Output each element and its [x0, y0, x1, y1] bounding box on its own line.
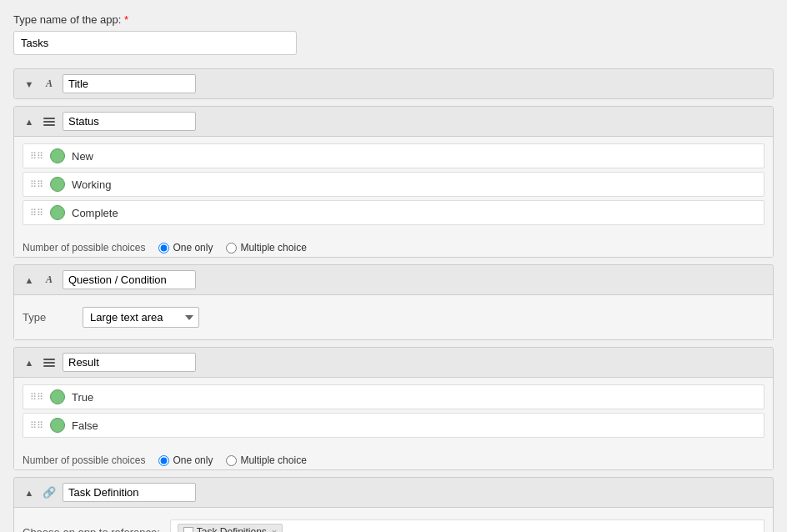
- field-question-header: ▲ A: [14, 265, 773, 294]
- title-type-icon: A: [41, 76, 58, 93]
- result-toggle[interactable]: ▲: [23, 358, 36, 368]
- tag-checkbox: [183, 527, 193, 532]
- status-one-only-option[interactable]: One only: [158, 242, 213, 253]
- field-title-header: ▼ A: [14, 69, 773, 98]
- question-toggle[interactable]: ▲: [23, 275, 36, 285]
- result-field-body: ⠿⠿ True ⠿⠿ False: [14, 377, 773, 448]
- result-choices-label: Number of possible choices: [23, 454, 145, 466]
- choice-true: ⠿⠿ True: [23, 384, 764, 409]
- field-result-header: ▲: [14, 348, 773, 377]
- drag-handle-false[interactable]: ⠿⠿: [30, 420, 43, 431]
- task-definition-name-input[interactable]: [63, 483, 196, 502]
- tag-label: Task Definitions: [197, 526, 267, 532]
- status-field-body: ⠿⠿ New ⠿⠿ Working ⠿⠿ Complete: [14, 136, 773, 235]
- drag-handle-new[interactable]: ⠿⠿: [30, 151, 43, 162]
- status-multiple-radio[interactable]: [226, 243, 237, 253]
- result-name-input[interactable]: [63, 353, 196, 372]
- result-one-only-option[interactable]: One only: [158, 454, 213, 466]
- reference-row: Choose an app to reference: Task Definit…: [23, 514, 764, 532]
- type-row: Type Small text area Large text area Num…: [23, 302, 764, 333]
- status-choices-label: Number of possible choices: [23, 242, 145, 253]
- status-one-only-label: One only: [173, 242, 213, 253]
- status-number-choices: Number of possible choices One only Mult…: [14, 235, 773, 257]
- color-dot-new[interactable]: [50, 148, 65, 163]
- choice-label-false: False: [72, 419, 757, 432]
- result-multiple-label: Multiple choice: [240, 454, 306, 466]
- choice-new: ⠿⠿ New: [23, 143, 764, 168]
- choice-working: ⠿⠿ Working: [23, 172, 764, 197]
- field-status-header: ▲: [14, 107, 773, 136]
- status-toggle[interactable]: ▲: [23, 117, 36, 127]
- status-name-input[interactable]: [63, 112, 196, 131]
- type-label: Type: [23, 311, 73, 324]
- app-name-label: Type name of the app: *: [13, 13, 774, 26]
- reference-tags-container[interactable]: Task Definitions ×: [170, 519, 764, 532]
- field-result: ▲ ⠿⠿ True ⠿⠿ False Number of possible ch…: [13, 347, 774, 470]
- choice-label-working: Working: [72, 178, 757, 191]
- type-select[interactable]: Small text area Large text area Number D…: [83, 307, 199, 328]
- task-definition-toggle[interactable]: ▲: [23, 488, 36, 498]
- title-name-input[interactable]: [63, 74, 196, 93]
- field-task-definition-header: ▲ 🔗: [14, 478, 773, 507]
- app-name-input[interactable]: [13, 31, 297, 55]
- field-title: ▼ A: [13, 68, 774, 99]
- result-number-choices: Number of possible choices One only Mult…: [14, 448, 773, 469]
- field-task-definition: ▲ 🔗 Choose an app to reference: Task Def…: [13, 477, 774, 532]
- status-multiple-label: Multiple choice: [240, 242, 306, 253]
- status-type-icon: [41, 113, 58, 130]
- result-one-only-radio[interactable]: [158, 455, 169, 466]
- drag-handle-complete[interactable]: ⠿⠿: [30, 208, 43, 218]
- app-name-section: Type name of the app: *: [13, 13, 774, 55]
- choice-label-true: True: [72, 391, 757, 404]
- task-definitions-tag: Task Definitions ×: [178, 524, 283, 532]
- choice-complete: ⠿⠿ Complete: [23, 200, 764, 225]
- result-type-icon: [41, 354, 58, 371]
- result-multiple-radio[interactable]: [226, 455, 237, 466]
- color-dot-working[interactable]: [50, 177, 65, 192]
- color-dot-false[interactable]: [50, 418, 65, 433]
- question-field-body: Type Small text area Large text area Num…: [14, 294, 773, 339]
- result-one-only-label: One only: [173, 454, 213, 466]
- result-list-icon: [43, 359, 55, 367]
- title-toggle[interactable]: ▼: [23, 79, 36, 89]
- fields-container: ▼ A ▲ ⠿⠿ New ⠿⠿ Working: [13, 68, 774, 532]
- tag-remove-btn[interactable]: ×: [272, 527, 277, 532]
- color-dot-true[interactable]: [50, 389, 65, 404]
- drag-handle-working[interactable]: ⠿⠿: [30, 179, 43, 190]
- task-definition-field-body: Choose an app to reference: Task Definit…: [14, 507, 773, 532]
- field-question: ▲ A Type Small text area Large text area…: [13, 264, 774, 340]
- choice-label-new: New: [72, 150, 757, 163]
- reference-label: Choose an app to reference:: [23, 526, 160, 533]
- choice-false: ⠿⠿ False: [23, 413, 764, 438]
- status-one-only-radio[interactable]: [158, 243, 169, 253]
- color-dot-complete[interactable]: [50, 205, 65, 220]
- field-status: ▲ ⠿⠿ New ⠿⠿ Working ⠿⠿ Complet: [13, 106, 774, 258]
- drag-handle-true[interactable]: ⠿⠿: [30, 392, 43, 403]
- choice-label-complete: Complete: [72, 207, 757, 219]
- question-type-icon: A: [41, 272, 58, 289]
- status-multiple-choice-option[interactable]: Multiple choice: [226, 242, 306, 253]
- question-name-input[interactable]: [63, 270, 196, 289]
- result-multiple-choice-option[interactable]: Multiple choice: [226, 454, 306, 466]
- task-definition-type-icon: 🔗: [41, 484, 58, 501]
- list-icon: [43, 118, 55, 126]
- required-marker: *: [124, 13, 128, 26]
